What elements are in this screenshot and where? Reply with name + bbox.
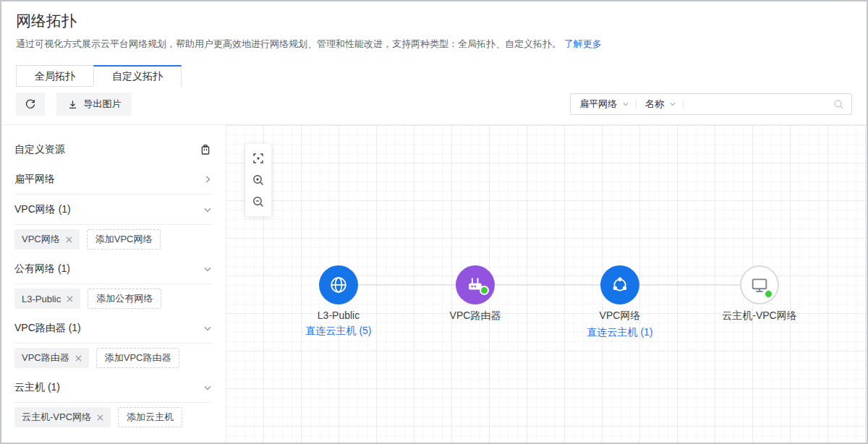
- connected-vm-link[interactable]: 直连云主机 (5): [306, 325, 372, 338]
- learn-more-link[interactable]: 了解更多: [564, 38, 602, 49]
- network-topology-page: 网络拓扑 通过可视化方式展示云平台网络规划，帮助用户更高效地进行网络规划、管理和…: [0, 0, 868, 444]
- chevron-down-icon: [203, 323, 213, 333]
- search-field-select[interactable]: 名称: [637, 98, 683, 111]
- resource-tag: L3-Public: [14, 289, 80, 309]
- zoom-control-panel: [245, 144, 271, 216]
- zoom-out-button[interactable]: [245, 191, 271, 213]
- topology-canvas[interactable]: L3-Public 直连云主机 (5) VPC路由器 VPC网络 直连云主机 (…: [226, 125, 867, 443]
- sidebar-header-label: 自定义资源: [14, 143, 65, 156]
- page-title: 网络拓扑: [16, 11, 77, 31]
- chevron-down-icon: [203, 383, 213, 393]
- node-vpc-network[interactable]: VPC网络 直连云主机 (1): [558, 265, 681, 339]
- export-image-button[interactable]: 导出图片: [56, 93, 132, 116]
- chevron-down-icon: [203, 264, 213, 274]
- status-dot-running: [764, 289, 773, 299]
- custom-resource-sidebar: 自定义资源 扁平网络 VPC网络 (1) VPC网络: [1, 125, 226, 443]
- filter-search-group: 扁平网络 名称: [570, 93, 852, 115]
- tag-row-vm: 云主机-VPC网络 添加云主机: [14, 407, 213, 427]
- add-public-network-button[interactable]: 添加公有网络: [88, 289, 161, 309]
- zoom-in-icon: [252, 174, 265, 187]
- vpc-network-node-circle[interactable]: [600, 265, 639, 304]
- node-label: VPC网络: [600, 309, 641, 323]
- resource-tag: 云主机-VPC网络: [14, 407, 111, 427]
- connected-vm-link[interactable]: 直连云主机 (1): [587, 326, 653, 339]
- globe-icon: [328, 275, 349, 295]
- page-description: 通过可视化方式展示云平台网络规划，帮助用户更高效地进行网络规划、管理和性能改进，…: [16, 38, 602, 51]
- download-icon: [67, 99, 78, 110]
- clear-resources-button[interactable]: [198, 142, 213, 157]
- zoom-in-button[interactable]: [245, 169, 271, 191]
- tab-global-topology[interactable]: 全局拓扑: [16, 65, 94, 87]
- refresh-icon: [25, 98, 36, 110]
- tab-custom-topology[interactable]: 自定义拓扑: [93, 65, 182, 87]
- sidebar-section-public-network[interactable]: 公有网络 (1): [14, 254, 213, 284]
- resource-type-value: 扁平网络: [579, 98, 617, 111]
- topology-edge: [339, 284, 760, 286]
- chevron-down-icon: [203, 205, 213, 215]
- add-vpc-router-button[interactable]: 添加VPC路由器: [96, 348, 180, 368]
- fit-view-icon: [252, 152, 265, 165]
- chevron-right-icon: [203, 174, 213, 184]
- search-icon[interactable]: [833, 98, 851, 111]
- public-network-node-circle[interactable]: [319, 265, 358, 304]
- tag-row-public-network: L3-Public 添加公有网络: [14, 289, 213, 309]
- node-label: L3-Public: [318, 309, 359, 321]
- topology-tabs: 全局拓扑 自定义拓扑: [16, 65, 182, 87]
- resource-tag: VPC网络: [14, 229, 80, 249]
- trash-icon: [200, 144, 211, 155]
- node-l3-public[interactable]: L3-Public 直连云主机 (5): [277, 265, 400, 338]
- fit-view-button[interactable]: [245, 148, 271, 169]
- node-vpc-router[interactable]: VPC路由器: [414, 265, 537, 323]
- sidebar-section-vpc-router[interactable]: VPC路由器 (1): [14, 313, 213, 343]
- sidebar-section-vm[interactable]: 云主机 (1): [14, 372, 213, 403]
- export-image-label: 导出图片: [83, 98, 121, 111]
- search-field-value: 名称: [645, 98, 664, 111]
- sidebar-header: 自定义资源: [14, 140, 213, 160]
- vpc-router-node-circle[interactable]: [456, 265, 495, 304]
- tag-row-vpc-network: VPC网络 添加VPC网络: [14, 229, 213, 249]
- toolbar: 导出图片 扁平网络 名称: [16, 93, 852, 116]
- chevron-down-icon: [620, 98, 631, 110]
- add-vm-button[interactable]: 添加云主机: [118, 407, 182, 427]
- node-vm-instance[interactable]: 云主机-VPC网络: [698, 265, 821, 323]
- search-input[interactable]: [684, 95, 833, 114]
- node-label: VPC路由器: [450, 309, 501, 323]
- page-description-text: 通过可视化方式展示云平台网络规划，帮助用户更高效地进行网络规划、管理和性能改进，…: [16, 38, 561, 49]
- node-label: 云主机-VPC网络: [722, 309, 796, 323]
- refresh-button[interactable]: [16, 93, 45, 116]
- chevron-down-icon: [667, 98, 678, 110]
- sidebar-section-flat-network[interactable]: 扁平网络: [14, 164, 213, 195]
- remove-tag-icon[interactable]: [75, 355, 82, 362]
- remove-tag-icon[interactable]: [67, 296, 73, 302]
- status-dot-running: [480, 286, 489, 295]
- vm-node-circle[interactable]: [740, 265, 779, 304]
- network-share-icon: [610, 275, 630, 295]
- zoom-out-icon: [252, 195, 265, 208]
- sidebar-section-vpc-network[interactable]: VPC网络 (1): [14, 195, 213, 225]
- tag-row-vpc-router: VPC路由器 添加VPC路由器: [14, 348, 213, 368]
- add-vpc-network-button[interactable]: 添加VPC网络: [87, 229, 161, 249]
- resource-tag: VPC路由器: [14, 348, 89, 368]
- resource-type-select[interactable]: 扁平网络: [571, 98, 636, 111]
- remove-tag-icon[interactable]: [97, 414, 103, 421]
- remove-tag-icon[interactable]: [66, 236, 72, 243]
